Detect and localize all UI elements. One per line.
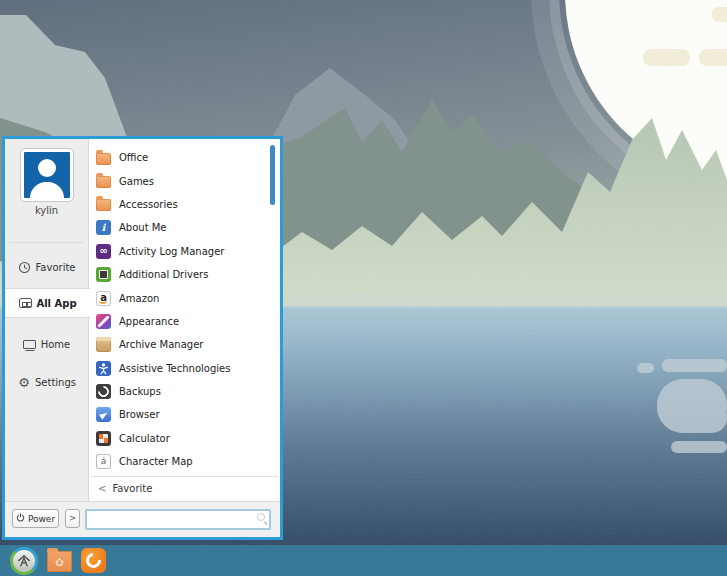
app-item-about-me[interactable]: i About Me [89,216,280,239]
power-button[interactable]: Power [12,509,59,528]
file-manager-icon[interactable] [47,551,72,572]
avatar-person-icon [38,159,56,177]
back-to-favorite[interactable]: < Favorite [89,477,280,499]
chevron-left-icon: < [98,483,106,494]
username-label: kylin [5,205,88,216]
folder-icon [96,153,111,165]
kylin-home-icon [17,554,31,568]
app-list: Office Games Accessories i About Me ∞ Ac… [89,139,280,501]
app-item-assistive-technologies[interactable]: Assistive Technologies [89,357,280,380]
monitor-icon [23,337,37,351]
backups-icon [96,384,111,399]
calculator-icon [96,431,111,446]
activity-log-icon: ∞ [96,244,111,259]
sidebar-item-home[interactable]: Home [5,329,88,359]
appearance-icon [96,314,111,329]
sidebar-item-favorite[interactable]: Favorite [5,252,88,282]
folder-icon [96,199,111,211]
start-menu-sidebar: kylin Favorite All App Home [5,139,89,501]
start-menu-panel: kylin Favorite All App Home [2,136,283,540]
home-folder-glyph [54,557,65,567]
browser-icon [96,407,111,422]
gear-icon: ⚙ [17,375,31,389]
power-icon [16,513,25,524]
app-item-calculator[interactable]: Calculator [89,427,280,450]
archive-icon [96,337,111,352]
amazon-icon: a [96,291,111,306]
start-menu-button[interactable] [10,547,38,575]
start-menu-bottom-bar: Power > [5,501,280,537]
firefox-icon[interactable] [81,548,106,573]
sidebar-divider [9,242,84,243]
app-item-browser[interactable]: Browser [89,403,280,426]
app-item-character-map[interactable]: á Character Map [89,450,280,473]
app-item-games[interactable]: Games [89,169,280,192]
character-map-icon: á [96,454,111,469]
app-item-backups[interactable]: Backups [89,380,280,403]
clock-icon [18,260,32,274]
app-item-archive-manager[interactable]: Archive Manager [89,333,280,356]
folder-icon [96,176,111,188]
app-item-office[interactable]: Office [89,146,280,169]
sidebar-item-settings[interactable]: ⚙ Settings [5,367,88,397]
app-item-appearance[interactable]: Appearance [89,310,280,333]
avatar[interactable] [21,149,73,201]
search-input[interactable] [85,509,271,530]
drivers-icon [96,267,111,282]
about-me-icon: i [96,220,111,235]
app-item-additional-drivers[interactable]: Additional Drivers [89,263,280,286]
power-options-expand-button[interactable]: > [65,509,80,528]
search-icon [257,513,265,521]
app-item-amazon[interactable]: a Amazon [89,286,280,309]
app-item-accessories[interactable]: Accessories [89,193,280,216]
app-item-activity-log-manager[interactable]: ∞ Activity Log Manager [89,240,280,263]
desktop: kylin Favorite All App Home [0,0,727,576]
taskbar [0,545,727,576]
sidebar-item-all-app[interactable]: All App [5,288,90,318]
apps-window-icon [18,296,32,310]
assistive-icon [96,361,111,376]
scrollbar-thumb[interactable] [270,145,275,205]
